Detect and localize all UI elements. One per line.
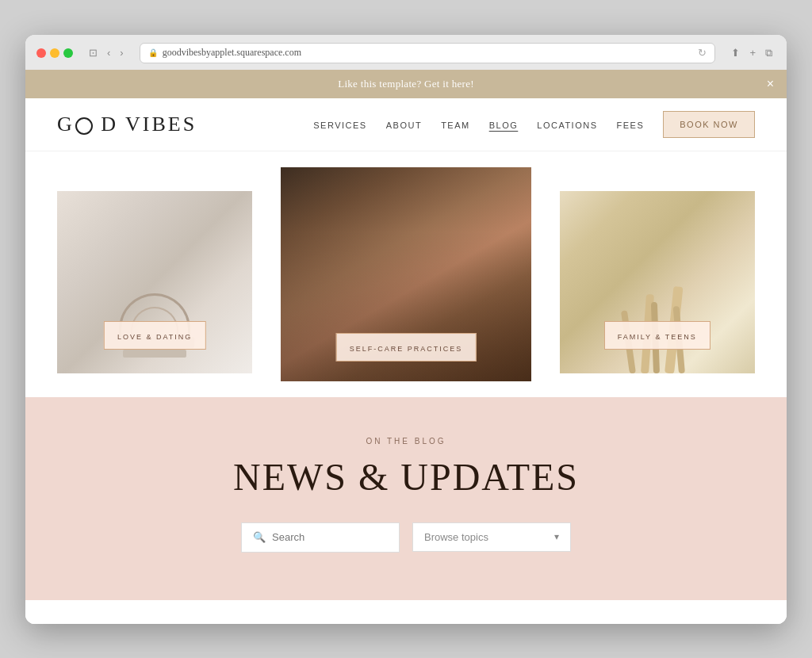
- blog-section: ON THE BLOG NEWS & UPDATES 🔍 Browse topi…: [25, 397, 787, 600]
- blog-category-grid: LOVE & DATING SELF-CARE PRACTICES: [25, 151, 787, 381]
- forward-btn[interactable]: ›: [117, 45, 126, 60]
- tabs-btn[interactable]: ⧉: [762, 45, 776, 61]
- blog-card-family-teens[interactable]: FAMILY & TEENS: [560, 191, 755, 373]
- share-btn[interactable]: ⬆: [728, 45, 743, 61]
- browse-topics-dropdown[interactable]: Browse topics ▾: [412, 522, 571, 552]
- logo-o-first: [75, 117, 93, 135]
- minimize-window-btn[interactable]: [50, 48, 59, 58]
- nav-team[interactable]: TEAM: [441, 117, 470, 132]
- browse-topics-label: Browse topics: [424, 531, 488, 543]
- blog-main-title: NEWS & UPDATES: [57, 455, 755, 499]
- announcement-bar: Like this template? Get it here! ×: [25, 70, 787, 98]
- nav-about[interactable]: ABOUT: [386, 117, 422, 132]
- bottom-bar: [25, 600, 787, 624]
- announcement-text: Like this template? Get it here!: [338, 78, 474, 90]
- browser-chrome: ⊡ ‹ › 🔒 goodvibesbyapplet.squarespace.co…: [25, 35, 787, 70]
- search-icon: 🔍: [253, 531, 266, 544]
- announcement-close-btn[interactable]: ×: [767, 77, 774, 91]
- love-dating-label-text: LOVE & DATING: [117, 333, 192, 341]
- self-care-label: SELF-CARE PRACTICES: [336, 333, 477, 362]
- nav-links: SERVICES ABOUT TEAM BLOG LOCATIONS FEES …: [313, 111, 755, 138]
- main-nav: G D VIBES SERVICES ABOUT TEAM BLOG LOCAT…: [25, 98, 787, 151]
- reload-icon[interactable]: ↻: [698, 47, 707, 59]
- self-care-label-text: SELF-CARE PRACTICES: [350, 345, 463, 353]
- browser-action-buttons: ⬆ + ⧉: [728, 45, 776, 61]
- window-controls: [36, 48, 73, 58]
- search-input[interactable]: [272, 531, 388, 543]
- logo-text: D VIBES: [101, 113, 197, 136]
- blog-card-love-dating[interactable]: LOVE & DATING: [57, 191, 252, 373]
- book-now-button[interactable]: BOOK NOW: [663, 111, 755, 138]
- chevron-down-icon: ▾: [554, 531, 559, 543]
- search-box[interactable]: 🔍: [241, 522, 400, 553]
- nav-fees[interactable]: FEES: [617, 117, 645, 132]
- nav-locations[interactable]: LOCATIONS: [537, 117, 597, 132]
- nav-blog[interactable]: BLOG: [489, 117, 519, 132]
- lock-icon: 🔒: [148, 48, 158, 57]
- new-tab-btn[interactable]: +: [746, 45, 759, 61]
- address-bar[interactable]: 🔒 goodvibesbyapplet.squarespace.com ↻: [140, 43, 716, 63]
- url-text: goodvibesbyapplet.squarespace.com: [163, 47, 301, 59]
- blog-card-self-care[interactable]: SELF-CARE PRACTICES: [281, 167, 532, 381]
- site-logo[interactable]: G D VIBES: [57, 113, 197, 136]
- website-content: Like this template? Get it here! × G D V…: [25, 70, 787, 624]
- love-dating-label: LOVE & DATING: [104, 321, 205, 350]
- blog-subtitle: ON THE BLOG: [57, 437, 755, 446]
- back-btn[interactable]: ‹: [104, 45, 113, 60]
- maximize-window-btn[interactable]: [63, 48, 73, 58]
- sidebar-toggle-btn[interactable]: ⊡: [86, 45, 101, 60]
- family-teens-label: FAMILY & TEENS: [604, 321, 710, 350]
- blog-search-row: 🔍 Browse topics ▾: [57, 522, 755, 553]
- nav-controls: ⊡ ‹ ›: [86, 45, 127, 60]
- browser-window: ⊡ ‹ › 🔒 goodvibesbyapplet.squarespace.co…: [25, 35, 787, 624]
- nav-services[interactable]: SERVICES: [313, 117, 366, 132]
- family-teens-label-text: FAMILY & TEENS: [618, 333, 697, 341]
- close-window-btn[interactable]: [36, 48, 46, 58]
